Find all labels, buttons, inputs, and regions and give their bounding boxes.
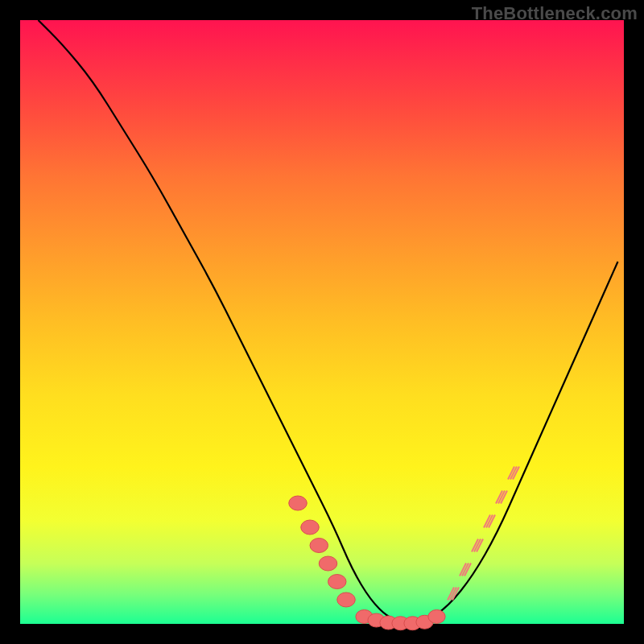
svg-point-4 xyxy=(328,575,347,589)
bottleneck-curve xyxy=(39,20,618,623)
svg-point-5 xyxy=(337,592,356,607)
svg-point-2 xyxy=(310,539,328,553)
svg-point-3 xyxy=(319,556,337,571)
svg-point-12 xyxy=(428,610,445,624)
hatch-cluster-right xyxy=(448,467,519,601)
watermark-text: TheBottleneck.com xyxy=(472,3,638,24)
svg-point-0 xyxy=(289,496,308,510)
svg-point-1 xyxy=(301,520,320,535)
curve-svg xyxy=(20,20,624,624)
chart-frame: TheBottleneck.com xyxy=(0,0,644,644)
plot-area xyxy=(20,20,624,624)
marker-cluster-bottom xyxy=(356,610,445,630)
